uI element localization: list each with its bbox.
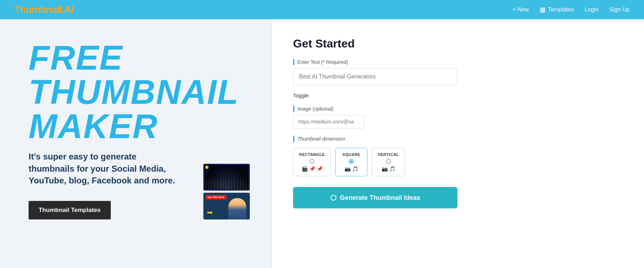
fb-icon-1: 🎬	[302, 166, 308, 172]
dimension-square[interactable]: SQUARE 📷 🎵	[335, 148, 367, 176]
text-input-section: Enter Text (* Required)	[293, 59, 623, 85]
templates-button[interactable]: ▦ Templates	[540, 6, 574, 14]
hero-bottom: It's super easy to generate thumbnails f…	[29, 151, 250, 219]
yellow-arrow-icon: ➡	[207, 208, 213, 217]
toggle-row: Toggle	[293, 92, 623, 98]
logo-text: Thumbnail	[14, 4, 62, 15]
vertical-radio	[378, 159, 399, 164]
image-url-input[interactable]	[293, 115, 365, 128]
image-input-label: Image (optional)	[293, 106, 623, 112]
hero-line3: MAKER	[29, 109, 250, 143]
hero-title: FREE THUMBNAIL MAKER	[29, 41, 250, 143]
hero-subtitle: It's super easy to generate thumbnails f…	[29, 151, 179, 187]
instagram-icon: 📷	[345, 166, 351, 172]
pinterest-icon: 📌	[309, 166, 315, 172]
image-label-bar-icon	[293, 106, 294, 112]
header-nav: + New ▦ Templates Login Sign Up	[512, 6, 630, 14]
preview-images: ⭐ my title here ➡	[203, 164, 250, 219]
dimension-options: RECTANGLE 🎬 📌 📌 SQUARE	[293, 148, 623, 176]
new-button[interactable]: + New	[512, 6, 529, 13]
title-overlay-bar: my title here	[205, 195, 227, 199]
rectangle-platform-icons: 🎬 📌 📌	[299, 166, 325, 172]
rectangle-radio	[299, 159, 325, 164]
vertical-platform-icons: 📷 🎵	[378, 166, 399, 172]
dimension-label: Thumbnail dimension	[293, 136, 623, 142]
templates-icon: ▦	[540, 6, 546, 14]
fb-icon-2: 📌	[317, 166, 323, 172]
logo-accent: .AI	[62, 4, 74, 15]
square-platform-icons: 📷 🎵	[341, 166, 361, 172]
login-link[interactable]: Login	[585, 6, 599, 13]
dimension-rectangle[interactable]: RECTANGLE 🎬 📌 📌	[293, 148, 331, 176]
text-input[interactable]	[293, 68, 457, 85]
preview-person-image: my title here ➡	[203, 193, 250, 219]
generate-button[interactable]: ⬡ Generate Thumbnail Ideas	[293, 187, 457, 208]
thumbnail-templates-button[interactable]: Thumbnail Templates	[29, 201, 111, 219]
image-input-section: Image (optional)	[293, 106, 623, 128]
square-radio-icon	[349, 159, 354, 164]
header: Thumbnail.AI + New ▦ Templates Login Sig…	[0, 0, 644, 19]
templates-label: Templates	[548, 6, 574, 13]
text-input-label: Enter Text (* Required)	[293, 59, 623, 65]
square-radio	[341, 159, 361, 164]
signup-link[interactable]: Sign Up	[609, 6, 630, 13]
person-silhouette	[228, 198, 246, 219]
dimension-vertical[interactable]: VERTICAL 📷 🎵	[372, 148, 405, 176]
vertical-label: VERTICAL	[378, 152, 399, 157]
city-lights-visual	[205, 165, 248, 189]
instagram-v-icon: 📷	[382, 166, 388, 172]
vertical-radio-icon	[386, 159, 391, 164]
hero-line1: FREE	[29, 41, 250, 75]
rectangle-label: RECTANGLE	[299, 152, 325, 157]
preview-city-image: ⭐	[203, 164, 250, 191]
square-label: SQUARE	[341, 152, 361, 157]
generate-label: Generate Thumbnail Ideas	[340, 194, 420, 202]
right-panel: Get Started Enter Text (* Required) Togg…	[272, 19, 644, 268]
dimension-label-bar-icon	[293, 136, 294, 142]
tiktok-icon: 🎵	[352, 166, 358, 172]
rectangle-radio-icon	[309, 159, 314, 164]
label-bar-icon	[293, 59, 294, 65]
main-content: FREE THUMBNAIL MAKER It's super easy to …	[0, 19, 644, 268]
tiktok-v-icon: 🎵	[389, 166, 395, 172]
toggle-label: Toggle	[293, 92, 309, 98]
dimension-section: Thumbnail dimension RECTANGLE 🎬 📌 📌	[293, 136, 623, 176]
generate-icon: ⬡	[330, 193, 336, 202]
left-panel: FREE THUMBNAIL MAKER It's super easy to …	[0, 19, 272, 268]
get-started-title: Get Started	[293, 37, 623, 50]
hero-line2: THUMBNAIL	[29, 75, 250, 109]
logo[interactable]: Thumbnail.AI	[14, 4, 73, 15]
